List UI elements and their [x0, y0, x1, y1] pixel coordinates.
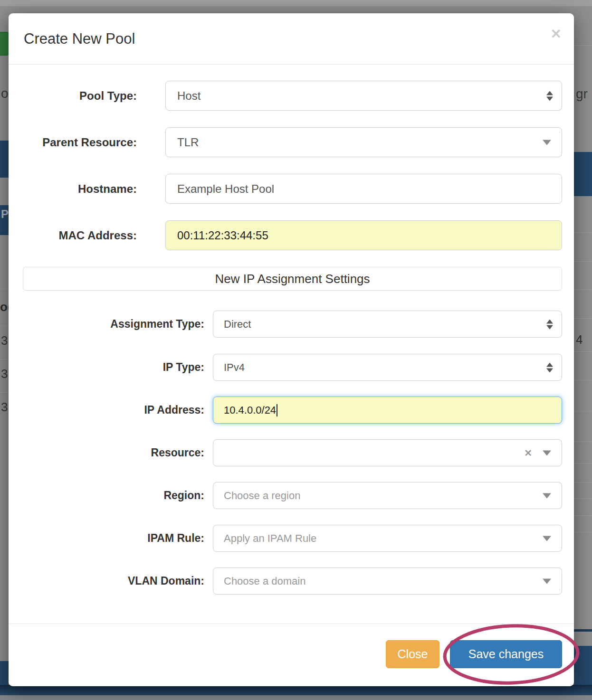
page-backdrop: ot gr P od 3 3 3 4 Create New Pool ✕ Poo… — [0, 0, 592, 700]
chevron-down-icon — [543, 450, 551, 455]
backdrop-row-line — [574, 380, 592, 380]
footer-divider — [9, 624, 574, 624]
hostname-label: Hostname: — [23, 182, 137, 196]
field-vlan-domain: VLAN Domain: Choose a domain — [9, 568, 574, 595]
region-placeholder: Choose a region — [224, 490, 300, 502]
backdrop-row-line — [574, 233, 592, 233]
text-cursor — [277, 404, 277, 416]
backdrop-dark-line — [574, 629, 592, 632]
ip-address-label: IP Address: — [23, 404, 204, 416]
field-mac-address: MAC Address: 00:11:22:33:44:55 — [9, 220, 574, 250]
assignment-type-label: Assignment Type: — [23, 318, 204, 331]
backdrop-navy-bar-right — [574, 152, 592, 196]
backdrop-number: 3 — [1, 367, 8, 381]
resource-label: Resource: — [23, 446, 204, 459]
pool-type-select[interactable]: Host — [165, 81, 562, 111]
hostname-value: Example Host Pool — [177, 182, 274, 196]
chevron-down-icon — [543, 536, 551, 541]
chevron-down-icon — [543, 578, 551, 584]
save-changes-button[interactable]: Save changes — [450, 640, 562, 668]
field-region: Region: Choose a region — [9, 482, 574, 509]
backdrop-row-line — [574, 482, 592, 482]
backdrop-bottom-strip — [0, 695, 592, 700]
ipam-rule-label: IPAM Rule: — [23, 532, 204, 545]
close-button[interactable]: Close — [386, 640, 439, 668]
pool-type-value: Host — [177, 89, 201, 103]
close-icon[interactable]: ✕ — [551, 28, 562, 41]
backdrop-navy-bar-left-1 — [0, 141, 9, 178]
backdrop-row-line — [0, 392, 9, 393]
backdrop-row-line — [574, 499, 592, 499]
chevron-down-icon — [543, 140, 551, 145]
backdrop-row-line — [574, 261, 592, 262]
select-updown-icon — [546, 91, 553, 101]
backdrop-text-right: gr — [576, 86, 588, 102]
mac-address-value: 00:11:22:33:44:55 — [177, 229, 268, 242]
assignment-type-value: Direct — [224, 318, 251, 331]
ip-type-label: IP Type: — [23, 361, 204, 374]
select-updown-icon — [546, 319, 553, 329]
resource-select[interactable]: ✕ — [213, 439, 562, 466]
ipam-rule-select[interactable]: Apply an IPAM Rule — [213, 525, 562, 552]
field-ip-address: IP Address: 10.4.0.0/24 — [9, 397, 574, 424]
region-label: Region: — [23, 489, 204, 502]
vlan-domain-select[interactable]: Choose a domain — [213, 568, 562, 595]
backdrop-green-button — [0, 32, 10, 56]
ip-address-value: 10.4.0.0/24 — [224, 404, 276, 416]
field-pool-type: Pool Type: Host — [9, 81, 574, 111]
ip-type-value: IPv4 — [224, 361, 245, 374]
backdrop-row-line — [574, 515, 592, 516]
select-updown-icon — [546, 362, 553, 372]
ipam-rule-placeholder: Apply an IPAM Rule — [224, 532, 316, 545]
backdrop-number: 3 — [1, 333, 8, 348]
hostname-input[interactable]: Example Host Pool — [165, 174, 562, 204]
mac-address-input[interactable]: 00:11:22:33:44:55 — [165, 220, 562, 250]
assignment-type-select[interactable]: Direct — [213, 311, 562, 338]
backdrop-row-line — [574, 290, 592, 290]
parent-resource-select[interactable]: TLR — [165, 127, 562, 157]
region-select[interactable]: Choose a region — [213, 482, 562, 509]
backdrop-row-line — [0, 326, 9, 326]
field-ip-type: IP Type: IPv4 — [9, 354, 574, 381]
ip-address-input[interactable]: 10.4.0.0/24 — [213, 397, 562, 424]
backdrop-row-line — [574, 351, 592, 352]
clear-icon[interactable]: ✕ — [524, 447, 532, 459]
ip-type-select[interactable]: IPv4 — [213, 354, 562, 381]
modal-header: Create New Pool ✕ — [9, 13, 574, 65]
parent-resource-value: TLR — [177, 136, 199, 149]
chevron-down-icon — [543, 493, 551, 498]
vlan-domain-label: VLAN Domain: — [23, 575, 204, 587]
backdrop-number: 3 — [1, 400, 8, 415]
parent-resource-label: Parent Resource: — [23, 136, 137, 149]
backdrop-top-strip — [0, 0, 592, 6]
backdrop-row-line — [574, 45, 592, 46]
ip-assignment-section-header: New IP Assignment Settings — [23, 267, 562, 291]
backdrop-row-line — [574, 532, 592, 532]
field-parent-resource: Parent Resource: TLR — [9, 127, 574, 157]
field-resource: Resource: ✕ — [9, 439, 574, 466]
backdrop-row-line — [574, 442, 592, 442]
backdrop-number-right: 4 — [576, 332, 582, 347]
field-ipam-rule: IPAM Rule: Apply an IPAM Rule — [9, 525, 574, 552]
mac-address-label: MAC Address: — [23, 229, 137, 242]
backdrop-row-line — [574, 463, 592, 464]
field-assignment-type: Assignment Type: Direct — [9, 311, 574, 338]
backdrop-pool-column-letter: P — [1, 208, 9, 221]
backdrop-row-line — [574, 411, 592, 411]
create-new-pool-modal: Create New Pool ✕ Pool Type: Host Parent… — [9, 13, 574, 686]
pool-type-label: Pool Type: — [23, 89, 137, 103]
backdrop-row-line — [0, 359, 9, 359]
field-hostname: Hostname: Example Host Pool — [9, 174, 574, 204]
backdrop-row-line — [574, 318, 592, 319]
backdrop-row-line — [0, 289, 9, 289]
modal-title: Create New Pool — [24, 30, 135, 47]
vlan-domain-placeholder: Choose a domain — [224, 575, 306, 587]
